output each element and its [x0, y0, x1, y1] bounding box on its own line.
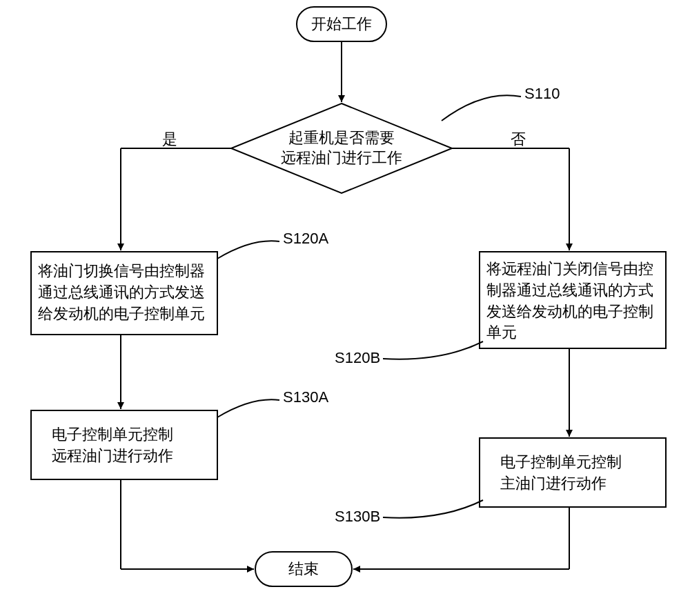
callout-s120b — [383, 341, 483, 359]
s130b-text: 电子控制单元控制 主油门进行动作 — [500, 452, 652, 495]
s110-label: S110 — [524, 84, 560, 104]
callout-s130a — [217, 399, 279, 417]
yes-label: 是 — [162, 130, 177, 150]
s130a-text: 电子控制单元控制 远程油门进行动作 — [52, 424, 204, 467]
flowchart-canvas: 开始工作 起重机是否需要 远程油门进行工作 S110 是 否 将油门切换信号由控… — [0, 0, 690, 616]
decision-text: 起重机是否需要 远程油门进行工作 — [281, 128, 402, 168]
s120a-label: S120A — [283, 229, 328, 249]
start-text: 开始工作 — [311, 14, 372, 34]
end-text: 结束 — [288, 559, 319, 579]
s120a-text: 将油门切换信号由控制器 通过总线通讯的方式发送 给发动机的电子控制单元 — [38, 261, 210, 324]
callout-s130b — [383, 500, 483, 518]
callout-s110 — [442, 95, 521, 121]
s120b-text: 将远程油门关闭信号由控 制器通过总线通讯的方式 发送给发动机的电子控制 单元 — [486, 259, 659, 344]
s120b-label: S120B — [335, 348, 380, 368]
s130b-label: S130B — [335, 507, 380, 527]
no-label: 否 — [511, 130, 526, 150]
s130a-label: S130A — [283, 388, 328, 408]
callout-s120a — [217, 241, 279, 259]
